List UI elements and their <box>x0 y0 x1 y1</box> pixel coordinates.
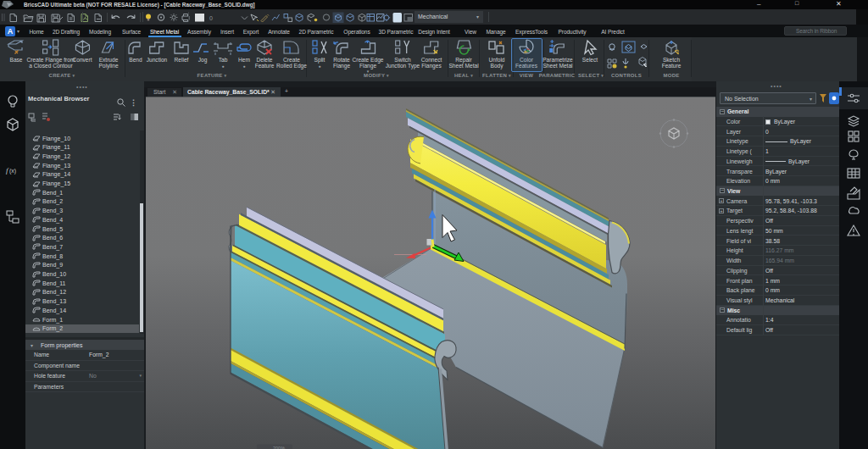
svg-text:0: 0 <box>209 15 213 21</box>
svg-text:(x): (x) <box>9 168 16 175</box>
svg-text:200%: 200% <box>273 445 285 449</box>
svg-text:⋮: ⋮ <box>130 98 137 107</box>
